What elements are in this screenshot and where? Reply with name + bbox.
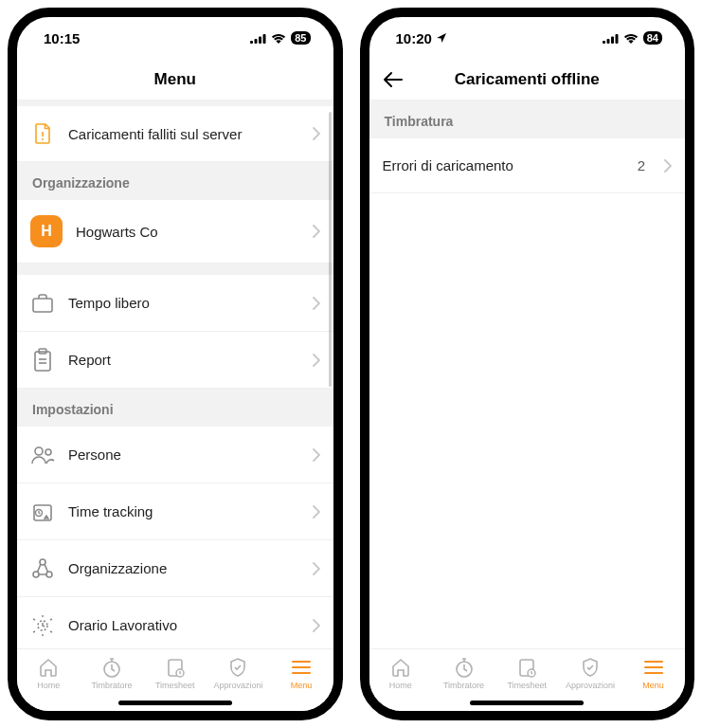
timesheet-icon bbox=[515, 657, 538, 678]
svg-rect-2 bbox=[259, 36, 261, 44]
home-indicator[interactable] bbox=[470, 701, 584, 705]
tab-menu-label: Menu bbox=[642, 681, 664, 690]
failed-uploads-row[interactable]: Caricamenti falliti sul server bbox=[17, 106, 333, 162]
failed-uploads-label: Caricamenti falliti sul server bbox=[68, 126, 299, 142]
battery-icon: 84 bbox=[643, 31, 662, 45]
tab-timbratore-label: Timbratore bbox=[443, 681, 484, 690]
orario-lavorativo-row[interactable]: Orario Lavorativo bbox=[17, 597, 333, 648]
tab-timbratore[interactable]: Timbratore bbox=[435, 657, 494, 690]
time-tracking-label: Time tracking bbox=[68, 503, 299, 519]
home-indicator[interactable] bbox=[118, 701, 232, 705]
status-bar: 10:20 84 bbox=[369, 17, 686, 59]
shield-check-icon bbox=[579, 657, 602, 678]
section-timbratura-header: Timbratura bbox=[369, 100, 686, 138]
chevron-right-icon bbox=[313, 619, 320, 632]
tab-timesheet[interactable]: Timesheet bbox=[146, 657, 205, 690]
page-title: Caricamenti offline bbox=[455, 70, 600, 89]
time-tracking-row[interactable]: Time tracking bbox=[17, 483, 333, 540]
tab-home[interactable]: Home bbox=[19, 657, 78, 690]
shield-check-icon bbox=[226, 657, 249, 678]
chevron-right-icon bbox=[313, 448, 320, 462]
phone-right: 10:20 84 Caricamenti offline Timbratura … bbox=[360, 8, 695, 720]
tab-approvazioni-label: Approvazioni bbox=[213, 681, 262, 690]
tab-menu[interactable]: Menu bbox=[272, 657, 331, 690]
upload-errors-count: 2 bbox=[638, 157, 645, 173]
home-icon bbox=[389, 657, 412, 678]
org-nodes-icon bbox=[30, 556, 55, 581]
tempo-libero-label: Tempo libero bbox=[68, 295, 299, 311]
status-bar: 10:15 85 bbox=[17, 17, 333, 59]
people-icon bbox=[30, 443, 55, 467]
organization-avatar: H bbox=[30, 215, 63, 247]
status-time: 10:15 bbox=[44, 30, 80, 46]
svg-rect-25 bbox=[603, 41, 605, 44]
battery-icon: 85 bbox=[291, 31, 310, 45]
tab-menu-label: Menu bbox=[291, 681, 313, 690]
phone-left: 10:15 85 Menu Caricamenti falliti sul se… bbox=[8, 8, 343, 720]
svg-point-5 bbox=[42, 138, 44, 140]
scroll-content[interactable]: Timbratura Errori di caricamento 2 bbox=[369, 100, 686, 648]
persone-label: Persone bbox=[68, 446, 299, 463]
tab-home-label: Home bbox=[37, 681, 60, 690]
tab-timesheet-label: Timesheet bbox=[155, 681, 195, 690]
tab-timbratore[interactable]: Timbratore bbox=[82, 657, 141, 690]
svg-rect-28 bbox=[615, 34, 618, 44]
wifi-icon bbox=[623, 33, 639, 44]
upload-errors-label: Errori di caricamento bbox=[383, 157, 624, 173]
svg-rect-27 bbox=[611, 36, 614, 44]
home-icon bbox=[37, 657, 60, 678]
timetracking-icon bbox=[30, 500, 55, 524]
document-warning-icon bbox=[30, 121, 55, 146]
chevron-right-icon bbox=[313, 297, 320, 310]
signal-icon bbox=[603, 33, 619, 44]
svg-point-11 bbox=[35, 447, 43, 455]
tab-home[interactable]: Home bbox=[371, 657, 430, 690]
orario-lavorativo-label: Orario Lavorativo bbox=[68, 617, 299, 633]
svg-rect-26 bbox=[606, 39, 609, 44]
upload-errors-row[interactable]: Errori di caricamento 2 bbox=[369, 138, 686, 193]
scrollbar[interactable] bbox=[329, 112, 332, 387]
tab-menu[interactable]: Menu bbox=[624, 657, 683, 690]
stopwatch-icon bbox=[100, 657, 123, 678]
chevron-right-icon bbox=[313, 562, 320, 575]
wifi-icon bbox=[271, 33, 286, 44]
svg-point-16 bbox=[33, 572, 39, 577]
page-header: Caricamenti offline bbox=[369, 59, 686, 100]
svg-point-12 bbox=[45, 449, 51, 455]
organization-row[interactable]: H Hogwarts Co bbox=[17, 200, 333, 264]
timesheet-icon bbox=[164, 657, 187, 678]
svg-rect-3 bbox=[263, 34, 266, 44]
persone-row[interactable]: Persone bbox=[17, 427, 333, 483]
working-hours-icon bbox=[30, 613, 55, 638]
signal-icon bbox=[250, 33, 266, 44]
chevron-right-icon bbox=[313, 354, 320, 367]
svg-rect-0 bbox=[250, 41, 253, 44]
svg-rect-7 bbox=[35, 352, 50, 371]
report-label: Report bbox=[68, 352, 299, 368]
chevron-right-icon bbox=[664, 159, 672, 173]
clipboard-icon bbox=[30, 348, 55, 373]
tab-approvazioni[interactable]: Approvazioni bbox=[208, 657, 267, 690]
tab-timbratore-label: Timbratore bbox=[91, 681, 132, 690]
section-impostazioni-header: Impostazioni bbox=[17, 389, 333, 427]
chevron-right-icon bbox=[313, 505, 320, 519]
report-row[interactable]: Report bbox=[17, 332, 333, 389]
menu-icon bbox=[290, 657, 313, 678]
chevron-right-icon bbox=[313, 127, 320, 140]
tab-approvazioni-label: Approvazioni bbox=[566, 681, 615, 690]
organizzazione-settings-row[interactable]: Organizzazione bbox=[17, 540, 333, 597]
page-header: Menu bbox=[17, 59, 333, 100]
tab-home-label: Home bbox=[389, 681, 412, 690]
menu-icon bbox=[642, 657, 665, 678]
stopwatch-icon bbox=[453, 657, 476, 678]
briefcase-icon bbox=[30, 291, 55, 316]
status-time: 10:20 bbox=[396, 30, 432, 46]
back-button[interactable] bbox=[383, 71, 404, 88]
section-organizzazione-header: Organizzazione bbox=[17, 162, 333, 200]
tempo-libero-row[interactable]: Tempo libero bbox=[17, 275, 333, 332]
page-title: Menu bbox=[154, 70, 196, 89]
tab-approvazioni[interactable]: Approvazioni bbox=[561, 657, 620, 690]
tab-timesheet[interactable]: Timesheet bbox=[497, 657, 556, 690]
chevron-right-icon bbox=[313, 225, 320, 238]
scroll-content[interactable]: Caricamenti falliti sul server Organizza… bbox=[17, 100, 333, 648]
